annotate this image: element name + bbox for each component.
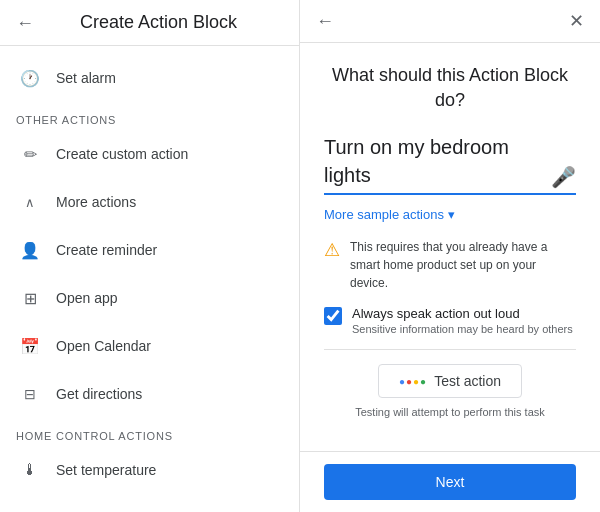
checkbox-row: Always speak action out loud Sensitive i… [324,306,576,335]
list-item-set-alarm[interactable]: 🕐 Set alarm [0,54,299,102]
more-actions-label: More actions [56,194,136,210]
test-hint: Testing will attempt to perform this tas… [324,406,576,418]
back-icon-right[interactable]: ← [316,12,334,30]
list-item-open-app[interactable]: ⊞ Open app [0,274,299,322]
person-icon: 👤 [16,236,44,264]
checkbox-label: Always speak action out loud [352,306,573,321]
pencil-icon: ✏ [16,140,44,168]
back-icon-left[interactable]: ← [16,14,34,32]
test-action-label: Test action [434,373,501,389]
input-container: 🎤 [324,133,576,195]
calendar-icon: 📅 [16,332,44,360]
warning-icon: ⚠ [324,239,340,261]
sample-actions-label: More sample actions [324,207,444,222]
next-button[interactable]: Next [324,464,576,500]
action-input[interactable] [324,133,543,189]
list-item-turn-on-lights[interactable]: ☀ Turn on lights [0,494,299,512]
temperature-icon: 🌡 [16,456,44,484]
checkbox-label-group: Always speak action out loud Sensitive i… [352,306,573,335]
set-alarm-label: Set alarm [56,70,116,86]
create-reminder-label: Create reminder [56,242,157,258]
mic-icon[interactable]: 🎤 [551,165,576,189]
list-item-open-calendar[interactable]: 📅 Open Calendar [0,322,299,370]
google-logo: ● ● ● ● [399,376,426,387]
left-header: ← Create Action Block [0,0,299,46]
grid-icon: ⊞ [16,284,44,312]
open-calendar-label: Open Calendar [56,338,151,354]
open-app-label: Open app [56,290,118,306]
list-item-more-actions[interactable]: ∧ More actions [0,178,299,226]
right-header: ← ✕ [300,0,600,43]
list-item-get-directions[interactable]: ⊟ Get directions [0,370,299,418]
speak-aloud-checkbox[interactable] [324,307,342,325]
dot-yellow: ● [413,376,419,387]
warning-box: ⚠ This requires that you already have a … [324,238,576,292]
sun-icon: ☀ [16,504,44,512]
chevron-down-icon: ▾ [448,207,455,222]
dot-blue: ● [399,376,405,387]
warning-text: This requires that you already have a sm… [350,238,576,292]
chevron-up-icon: ∧ [16,188,44,216]
get-directions-label: Get directions [56,386,142,402]
dot-green: ● [420,376,426,387]
left-panel: ← Create Action Block 🕐 Set alarm OTHER … [0,0,300,512]
list-item-set-temperature[interactable]: 🌡 Set temperature [0,446,299,494]
right-footer: Next [300,451,600,512]
checkbox-sublabel: Sensitive information may be heard by ot… [352,323,573,335]
right-content: What should this Action Block do? 🎤 More… [300,43,600,451]
section-other-label: OTHER ACTIONS [0,102,299,130]
list-item-create-reminder[interactable]: 👤 Create reminder [0,226,299,274]
test-action-button[interactable]: ● ● ● ● Test action [378,364,522,398]
set-temperature-label: Set temperature [56,462,156,478]
section-home-label: HOME CONTROL ACTIONS [0,418,299,446]
right-panel: ← ✕ What should this Action Block do? 🎤 … [300,0,600,512]
right-panel-title: What should this Action Block do? [324,63,576,113]
sample-actions-link[interactable]: More sample actions ▾ [324,207,576,222]
directions-icon: ⊟ [16,380,44,408]
list-item-create-custom-action[interactable]: ✏ Create custom action [0,130,299,178]
close-icon[interactable]: ✕ [569,12,584,30]
alarm-icon: 🕐 [16,64,44,92]
create-custom-action-label: Create custom action [56,146,188,162]
left-panel-title: Create Action Block [34,12,283,33]
divider [324,349,576,350]
left-content: 🕐 Set alarm OTHER ACTIONS ✏ Create custo… [0,46,299,512]
dot-red: ● [406,376,412,387]
